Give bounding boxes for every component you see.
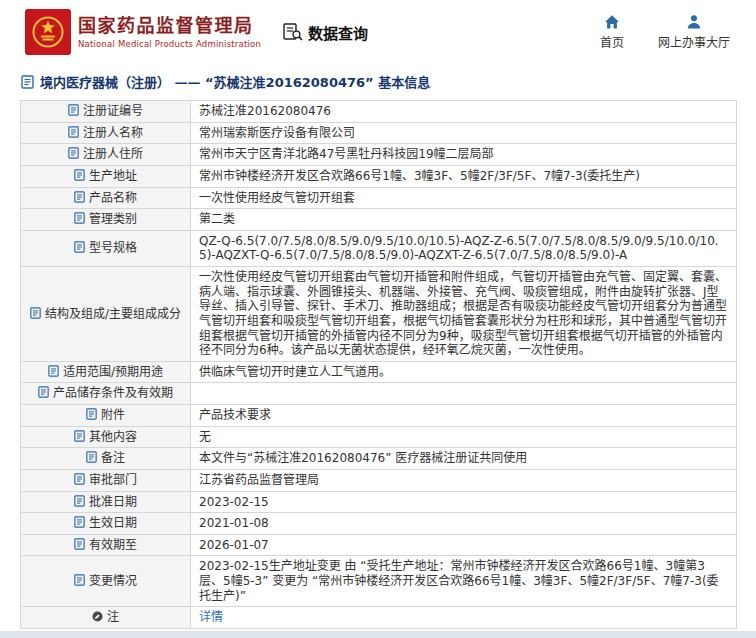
row-label: 注册人住所 (21, 144, 191, 166)
document-bullet-icon (74, 169, 85, 181)
row-label-text: 注册人名称 (83, 126, 143, 140)
table-row: 批准日期2023-02-15 (21, 491, 737, 513)
row-label: 型号规格 (21, 230, 191, 266)
table-row: 型号规格QZ-Q-6.5(7.0/7.5/8.0/8.5/9.0/9.5/10.… (21, 230, 737, 266)
magnifier-document-icon (283, 23, 303, 41)
row-label-text: 注册证编号 (83, 104, 143, 118)
document-bullet-icon (74, 574, 85, 586)
row-label-text: 适用范围/预期用途 (63, 365, 163, 379)
nav-home-label: 首页 (600, 33, 624, 50)
row-label-text: 审批部门 (89, 473, 137, 487)
row-value: QZ-Q-6.5(7.0/7.5/8.0/8.5/9.0/9.5/10.0/10… (191, 230, 737, 266)
document-bullet-icon (68, 126, 79, 138)
footer-strip (0, 631, 756, 638)
row-value: 一次性使用经皮气管切开组套由气管切开插管和附件组成，气管切开插管由充气管、固定翼… (191, 267, 737, 362)
row-value: 2023-02-15生产地址变更 由 “受托生产地址：常州市钟楼经济开发区合欢路… (191, 556, 737, 607)
row-value: 2021-01-08 (191, 513, 737, 535)
table-row: 注详情 (21, 607, 737, 629)
row-label: 批准日期 (21, 491, 191, 513)
table-row: 有效期至2026-01-07 (21, 534, 737, 556)
document-icon (21, 75, 34, 89)
row-label-text: 注册人住所 (83, 147, 143, 161)
row-label: 生产地址 (21, 165, 191, 187)
table-row: 适用范围/预期用途供临床气管切开时建立人工气道用。 (21, 361, 737, 383)
row-value: 本文件与“苏械注准20162080476” 医疗器械注册证共同使用 (191, 448, 737, 470)
document-bullet-icon (30, 307, 41, 319)
top-navigation: 首页 网上办事大厅 (600, 14, 730, 50)
row-label-text: 其他内容 (89, 430, 137, 444)
document-bullet-icon (74, 516, 85, 528)
row-label-text: 结构及组成/主要组成成分 (45, 307, 181, 321)
brand: 国家药品监督管理局 National Medical Products Admi… (25, 9, 261, 55)
page: 国家药品监督管理局 National Medical Products Admi… (0, 0, 756, 638)
row-value: 常州市天宁区青洋北路47号黑牡丹科技园19幢二层局部 (191, 144, 737, 166)
page-title: 境内医疗器械（注册） —— “苏械注准20162080476” 基本信息 (21, 72, 756, 91)
row-label: 产品名称 (21, 187, 191, 209)
table-row: 注册证编号苏械注准20162080476 (21, 101, 737, 123)
row-label: 注册人名称 (21, 122, 191, 144)
row-label-text: 产品储存条件及有效期 (53, 386, 173, 400)
document-bullet-icon (74, 212, 85, 224)
table-row: 生效日期2021-01-08 (21, 513, 737, 535)
document-bullet-icon (74, 430, 85, 442)
document-bullet-icon (74, 538, 85, 550)
row-label-text: 产品名称 (89, 191, 137, 205)
row-label: 有效期至 (21, 534, 191, 556)
row-value (191, 383, 737, 405)
row-value: 2026-01-07 (191, 534, 737, 556)
row-label: 结构及组成/主要组成成分 (21, 267, 191, 362)
home-icon (604, 14, 620, 30)
table-row: 其他内容无 (21, 426, 737, 448)
detail-link[interactable]: 详情 (199, 610, 223, 624)
row-label: 其他内容 (21, 426, 191, 448)
row-value: 2023-02-15 (191, 491, 737, 513)
row-label: 管理类别 (21, 209, 191, 231)
table-row: 附件产品技术要求 (21, 405, 737, 427)
row-value: 一次性使用经皮气管切开组套 (191, 187, 737, 209)
document-bullet-icon (68, 104, 79, 116)
document-bullet-icon (86, 451, 97, 463)
row-label: 注 (21, 607, 191, 629)
row-label: 适用范围/预期用途 (21, 361, 191, 383)
row-value: 第二类 (191, 209, 737, 231)
row-label-text: 管理类别 (89, 212, 137, 226)
page-title-text: 境内医疗器械（注册） —— “苏械注准20162080476” 基本信息 (40, 72, 430, 91)
table-row: 变更情况2023-02-15生产地址变更 由 “受托生产地址：常州市钟楼经济开发… (21, 556, 737, 607)
row-value: 详情 (191, 607, 737, 629)
document-bullet-icon (74, 191, 85, 203)
document-bullet-icon (38, 386, 49, 398)
row-label-text: 变更情况 (89, 574, 137, 588)
document-bullet-icon (74, 495, 85, 507)
row-label-text: 备注 (101, 451, 125, 465)
row-label: 注册证编号 (21, 101, 191, 123)
nav-online-service-hall-label: 网上办事大厅 (658, 33, 730, 50)
row-value: 无 (191, 426, 737, 448)
row-label-text: 生产地址 (89, 169, 137, 183)
document-bullet-icon (74, 473, 85, 485)
table-row: 注册人名称常州瑞索斯医疗设备有限公司 (21, 122, 737, 144)
nav-home[interactable]: 首页 (600, 14, 624, 50)
table-row: 备注本文件与“苏械注准20162080476” 医疗器械注册证共同使用 (21, 448, 737, 470)
row-label: 备注 (21, 448, 191, 470)
nav-online-service-hall[interactable]: 网上办事大厅 (658, 14, 730, 50)
person-icon (686, 14, 702, 30)
document-bullet-icon (48, 365, 59, 377)
table-row: 审批部门江苏省药品监督管理局 (21, 469, 737, 491)
data-query-section: 数据查询 (283, 22, 368, 43)
document-bullet-icon (86, 408, 97, 420)
row-label-text: 生效日期 (89, 516, 137, 530)
info-table-body: 注册证编号苏械注准20162080476 注册人名称常州瑞索斯医疗设备有限公司 … (21, 101, 737, 629)
row-value: 苏械注准20162080476 (191, 101, 737, 123)
row-label: 附件 (21, 405, 191, 427)
brand-text: 国家药品监督管理局 National Medical Products Admi… (78, 15, 261, 50)
row-value: 常州市钟楼经济开发区合欢路66号1幢、3幢3F、5幢2F/3F/5F、7幢7-3… (191, 165, 737, 187)
row-label-text: 型号规格 (89, 241, 137, 255)
row-value: 常州瑞索斯医疗设备有限公司 (191, 122, 737, 144)
data-query-label: 数据查询 (308, 22, 368, 43)
row-value: 江苏省药品监督管理局 (191, 469, 737, 491)
row-label-text: 附件 (101, 408, 125, 422)
row-label-text: 有效期至 (89, 538, 137, 552)
table-row: 结构及组成/主要组成成分一次性使用经皮气管切开组套由气管切开插管和附件组成，气管… (21, 267, 737, 362)
row-label-text: 注 (107, 610, 119, 624)
agency-name-en: National Medical Products Administration (78, 39, 261, 49)
